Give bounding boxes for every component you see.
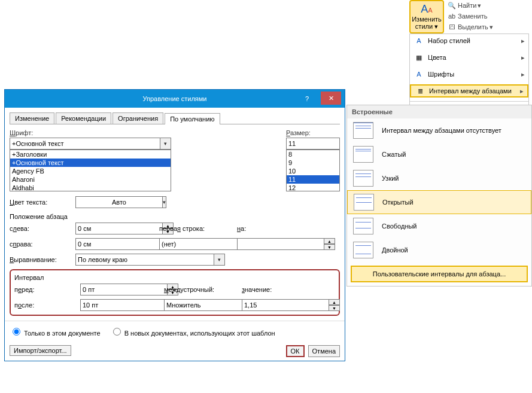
cursor-icon: ⮹ — [448, 23, 456, 31]
text-color-input[interactable] — [75, 196, 163, 208]
import-export-button[interactable]: Импорт/экспорт... — [10, 345, 71, 356]
style-set-icon: A — [414, 37, 424, 44]
font-listbox[interactable]: +Заголовки +Основной текст Agency FB Aha… — [10, 150, 171, 191]
close-button[interactable]: ✕ — [321, 92, 341, 105]
value-label: значение: — [242, 286, 308, 293]
ok-button[interactable]: ОК — [286, 345, 305, 357]
list-item[interactable]: 11 — [287, 175, 339, 184]
font-label: Шрифт: — [10, 129, 171, 136]
align-input[interactable] — [75, 254, 214, 266]
dialog-titlebar: Управление стилями ? ✕ — [5, 90, 345, 108]
change-styles-label: Изменить — [412, 16, 442, 23]
list-item[interactable]: 9 — [287, 159, 339, 167]
interval-group: Интервал перед: ▲▼ междустрочный: значен… — [10, 269, 340, 316]
tab-restrict[interactable]: Ограничения — [113, 112, 163, 124]
value-input[interactable] — [242, 299, 329, 311]
manage-styles-dialog: Управление стилями ? ✕ Изменение Рекомен… — [4, 89, 345, 361]
interval-title: Интервал — [14, 274, 335, 281]
size-listbox[interactable]: 8 9 10 11 12 — [286, 150, 340, 191]
list-item[interactable]: Aldhabi — [10, 184, 171, 191]
first-line-label: первая строка: — [159, 225, 225, 232]
spacing-free[interactable]: Свободный — [347, 214, 531, 238]
chevron-down-icon[interactable]: ▾ — [160, 138, 171, 150]
right-spinner[interactable]: ▲▼ — [75, 238, 147, 250]
text-color-combo[interactable]: ▾ — [75, 196, 147, 208]
spin-up-icon[interactable]: ▲ — [324, 238, 335, 244]
spin-up-icon[interactable]: ▲ — [329, 299, 340, 305]
binoculars-icon: 🔍 — [448, 2, 456, 10]
thumb-icon — [353, 218, 373, 234]
chevron-down-icon[interactable]: ▾ — [163, 196, 166, 208]
chevron-down-icon[interactable]: ▾ — [214, 254, 225, 266]
replace-icon: ab — [448, 13, 456, 20]
find-button[interactable]: 🔍Найти▾ — [446, 0, 494, 11]
menu-colors[interactable]: ▦Цвета▸ — [410, 51, 528, 64]
after-spinner[interactable]: ▲▼ — [80, 299, 152, 311]
after-input[interactable] — [80, 299, 168, 311]
first-line-combo[interactable]: ▾ — [159, 238, 225, 250]
change-styles-button[interactable]: AA Изменить стили ▾ — [409, 0, 444, 33]
fonts-icon: A — [414, 71, 424, 78]
left-input[interactable] — [75, 223, 163, 234]
list-item[interactable]: 10 — [287, 167, 339, 175]
select-button[interactable]: ⮹Выделить▾ — [446, 22, 494, 32]
tab-edit[interactable]: Изменение — [10, 112, 54, 124]
help-button[interactable]: ? — [297, 90, 317, 108]
thumb-icon — [353, 170, 373, 187]
before-input[interactable] — [80, 284, 168, 295]
change-styles-label2: стили ▾ — [415, 23, 438, 31]
dialog-title: Управление стилями — [143, 95, 207, 102]
colors-icon: ▦ — [414, 54, 424, 62]
thumb-icon — [353, 146, 373, 163]
replace-button[interactable]: abЗаменить — [446, 11, 494, 22]
left-spinner[interactable]: ▲▼ — [75, 223, 147, 234]
before-spinner[interactable]: ▲▼ — [80, 284, 152, 295]
align-combo[interactable]: ▾ — [75, 254, 225, 266]
line-spacing-label: междустрочный: — [164, 286, 230, 293]
list-item[interactable]: Aharoni — [10, 175, 171, 184]
radio-new-documents[interactable]: В новых документах, использующих этот ша… — [110, 326, 275, 337]
menu-paragraph-spacing[interactable]: ≣Интервал между абзацами▸ — [410, 84, 528, 98]
spacing-open[interactable]: Открытый — [347, 190, 531, 214]
spacing-gallery: Встроенные Интервал между абзацами отсут… — [346, 105, 532, 287]
spacing-narrow[interactable]: Узкий — [347, 166, 531, 190]
after-label: после: — [14, 301, 80, 309]
left-label: слева: — [10, 225, 75, 232]
value-spinner[interactable]: ▲▼ — [242, 299, 290, 311]
first-line-input[interactable] — [159, 238, 247, 250]
font-input[interactable] — [10, 138, 160, 150]
menu-fonts[interactable]: AШрифты▸ — [410, 68, 528, 81]
list-item[interactable]: Agency FB — [10, 167, 171, 175]
right-input[interactable] — [75, 238, 163, 250]
thumb-icon — [353, 122, 373, 139]
line-spacing-combo[interactable]: ▾ — [164, 299, 230, 311]
list-item[interactable]: 12 — [287, 184, 339, 191]
on-input[interactable] — [237, 238, 324, 250]
before-label: перед: — [14, 286, 80, 293]
tab-default[interactable]: По умолчанию — [165, 113, 220, 124]
dialog-tabs: Изменение Рекомендации Ограничения По ум… — [10, 112, 340, 124]
list-item[interactable]: 8 — [287, 150, 339, 159]
spacing-custom[interactable]: Пользовательские интервалы для абзаца... — [351, 266, 528, 282]
spacing-none[interactable]: Интервал между абзацами отсутствует — [347, 118, 531, 142]
para-spacing-icon: ≣ — [415, 87, 425, 95]
list-item[interactable]: +Заголовки — [10, 150, 171, 159]
font-combo[interactable]: ▾ — [10, 138, 171, 150]
para-position-label: Положение абзаца — [10, 213, 340, 220]
on-spinner[interactable]: ▲▼ — [237, 238, 285, 250]
cancel-button[interactable]: Отмена — [308, 345, 340, 357]
line-spacing-input[interactable] — [164, 299, 251, 311]
right-label: справа: — [10, 240, 75, 248]
radio-this-document[interactable]: Только в этом документе — [10, 326, 101, 337]
align-label: Выравнивание: — [10, 256, 75, 263]
size-input[interactable] — [286, 138, 340, 150]
style-aa-icon: AA — [421, 3, 432, 16]
spacing-tight[interactable]: Сжатый — [347, 142, 531, 166]
menu-style-set[interactable]: AНабор стилей▸ — [410, 34, 528, 47]
on-label: на: — [237, 225, 303, 232]
tab-recommend[interactable]: Рекомендации — [56, 112, 111, 124]
spin-down-icon[interactable]: ▼ — [329, 305, 340, 311]
spin-down-icon[interactable]: ▼ — [324, 244, 335, 250]
list-item[interactable]: +Основной текст — [10, 159, 171, 167]
spacing-double[interactable]: Двойной — [347, 238, 531, 262]
